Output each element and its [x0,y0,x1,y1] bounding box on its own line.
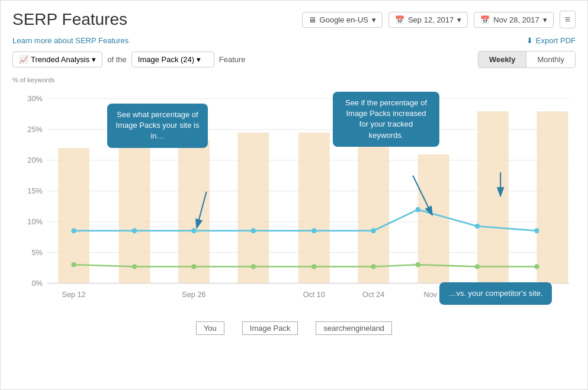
you-dot-1 [71,228,76,234]
legend-competitor: searchengineland [316,321,392,335]
calendar-icon: 📅 [395,15,404,24]
competitor-legend-label: searchengineland [316,321,392,335]
you-dot-4 [251,228,256,234]
end-date-label: Nov 28, 2017 [493,15,539,24]
legend-you: You [196,321,224,335]
chart-area: % of keywords See what percentage of Ima… [12,76,576,317]
y-axis-label: % of keywords [12,76,576,83]
info-row: Learn more about SERP Features ⬇ Export … [12,36,576,45]
chevron-down-icon: ▾ [197,55,201,64]
monitor-icon: 🖥 [309,15,316,24]
svg-text:25%: 25% [27,125,42,134]
ip-dot-9 [534,264,539,269]
start-date-label: Sep 12, 2017 [408,15,454,24]
analysis-type-selector[interactable]: 📈 Trended Analysis ▾ [12,51,102,67]
feature-selector[interactable]: Image Pack (24) ▾ [131,51,214,67]
export-label: Export PDF [536,36,576,45]
feature-label: Image Pack (24) [138,55,194,64]
bar-2 [119,140,150,283]
monthly-button[interactable]: Monthly [526,51,575,67]
svg-text:Oct 10: Oct 10 [303,290,325,299]
ip-dot-2 [132,264,137,269]
you-dot-8 [475,224,480,229]
filter-button[interactable]: ≡ [560,11,576,28]
chevron-down-icon: ▾ [457,15,461,24]
chevron-down-icon: ▾ [372,15,376,24]
filter-icon: ≡ [565,14,570,24]
export-pdf-button[interactable]: ⬇ Export PDF [526,36,576,45]
chart-legend: You Image Pack searchengineland [12,321,576,335]
of-the-text: of the [107,55,127,64]
svg-text:10%: 10% [27,217,42,226]
you-dot-3 [191,228,196,234]
download-icon: ⬇ [526,36,533,45]
ip-dot-3 [191,264,196,269]
analysis-label: Trended Analysis [31,55,89,64]
legend-image-pack: Image Pack [242,321,298,335]
info-link[interactable]: Learn more about SERP Features [12,36,128,45]
svg-text:5%: 5% [31,248,42,257]
toolbar-row: 📈 Trended Analysis ▾ of the Image Pack (… [12,51,576,68]
device-label: Google en-US [320,15,368,24]
page-title: SERP Features [12,10,127,29]
start-date-selector[interactable]: 📅 Sep 12, 2017 ▾ [388,12,468,28]
ip-dot-6 [371,264,375,269]
svg-text:30%: 30% [27,94,42,103]
device-selector[interactable]: 🖥 Google en-US ▾ [302,12,383,28]
ip-dot-7 [415,262,420,267]
svg-text:0%: 0% [31,279,42,288]
you-dot-2 [132,228,137,234]
you-dot-7 [415,207,420,212]
end-date-selector[interactable]: 📅 Nov 28, 2017 ▾ [474,12,553,28]
svg-text:20%: 20% [27,156,42,165]
svg-text:Sep 26: Sep 26 [182,290,205,299]
bar-4 [237,133,269,283]
toolbar-left: 📈 Trended Analysis ▾ of the Image Pack (… [12,51,246,67]
callout-image-pack-increase: See if the percentage of Image Packs inc… [333,92,439,147]
you-dot-6 [371,228,375,234]
bar-6 [358,142,389,283]
ip-dot-4 [251,264,256,269]
bar-8 [477,111,509,283]
chart-wrapper: See what percentage of Image Packs your … [12,86,576,317]
svg-text:Oct 24: Oct 24 [362,290,384,299]
bar-7 [418,154,449,283]
bar-5 [298,133,330,283]
bar-9 [536,111,568,283]
chevron-down-icon: ▾ [543,15,547,24]
ip-dot-5 [311,264,316,269]
you-dot-9 [534,228,539,234]
bar-3 [178,140,210,283]
chevron-down-icon: ▾ [92,55,96,64]
callout-competitor: …vs. your competitor's site. [439,282,552,305]
svg-text:15%: 15% [27,186,42,195]
feature-suffix: Feature [219,55,246,64]
ip-dot-8 [475,264,480,269]
trend-icon: 📈 [19,55,28,64]
ip-dot-1 [71,262,76,267]
header-controls: 🖥 Google en-US ▾ 📅 Sep 12, 2017 ▾ 📅 Nov … [302,11,576,28]
you-legend-label: You [196,321,224,335]
calendar-icon: 📅 [480,15,490,24]
you-dot-5 [311,228,316,234]
period-toggle: Weekly Monthly [478,51,576,68]
weekly-button[interactable]: Weekly [478,51,527,67]
callout-image-pack-percentage: See what percentage of Image Packs your … [107,104,208,148]
image-pack-legend-label: Image Pack [242,321,298,335]
svg-text:Sep 12: Sep 12 [62,290,85,299]
